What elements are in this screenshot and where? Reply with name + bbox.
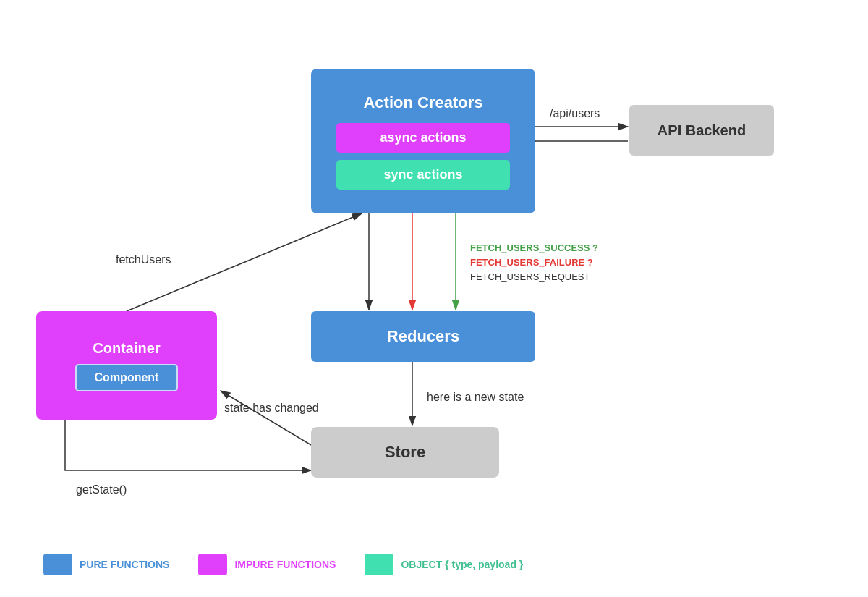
diagram-container: Action Creators async actions sync actio… [0, 0, 868, 597]
api-backend-box: API Backend [629, 105, 774, 156]
object-label: OBJECT { type, payload } [401, 559, 523, 570]
legend: PURE FUNCTIONS IMPURE FUNCTIONS OBJECT {… [43, 554, 523, 575]
fetch-success-label: FETCH_USERS_SUCCESS ? [470, 242, 598, 253]
action-creators-box: Action Creators async actions sync actio… [311, 69, 535, 213]
legend-object: OBJECT { type, payload } [365, 554, 523, 575]
state-changed-label: state has changed [224, 402, 319, 415]
svg-line-11 [221, 391, 311, 445]
legend-pure: PURE FUNCTIONS [43, 554, 169, 575]
container-box: Container Component [36, 311, 217, 420]
get-state-label: getState() [76, 483, 127, 496]
impure-icon [198, 554, 227, 575]
pure-label: PURE FUNCTIONS [80, 559, 169, 570]
fetch-users-label: fetchUsers [116, 253, 171, 266]
new-state-label: here is a new state [427, 391, 524, 404]
impure-label: IMPURE FUNCTIONS [234, 559, 336, 570]
action-creators-title: Action Creators [363, 93, 482, 112]
legend-impure: IMPURE FUNCTIONS [198, 554, 336, 575]
container-title: Container [93, 340, 160, 357]
component-inner: Component [75, 364, 179, 391]
fetch-failure-label: FETCH_USERS_FAILURE ? [470, 257, 593, 268]
store-box: Store [311, 427, 499, 478]
reducers-box: Reducers [311, 311, 535, 362]
async-actions-button: async actions [336, 123, 510, 153]
api-backend-label: API Backend [658, 122, 746, 139]
store-label: Store [385, 443, 425, 462]
api-route-label: /api/users [550, 107, 600, 120]
sync-actions-button: sync actions [336, 160, 510, 190]
fetch-request-label: FETCH_USERS_REQUEST [470, 271, 590, 282]
object-icon [365, 554, 393, 575]
reducers-label: Reducers [387, 327, 459, 346]
pure-icon [43, 554, 72, 575]
